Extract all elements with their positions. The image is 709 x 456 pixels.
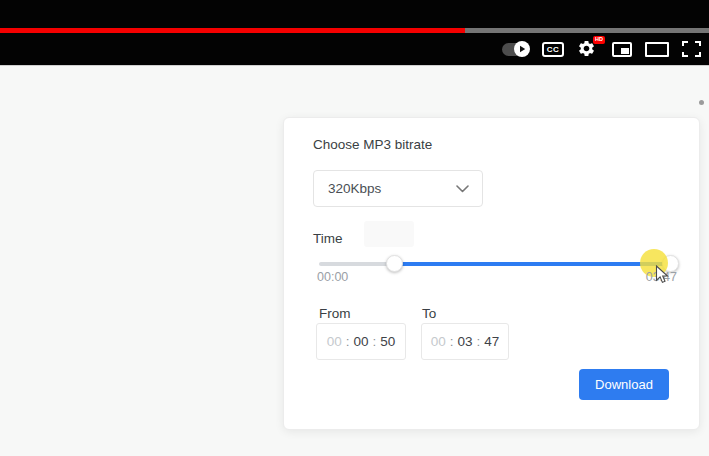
bitrate-selected-value: 320Kbps	[328, 181, 381, 196]
video-action-bar: ♫ MP3 1.2M 34K SHARE SAVE	[0, 88, 709, 116]
hd-quality-badge: HD	[593, 36, 605, 44]
time-separator: :	[373, 334, 377, 349]
video-player-bar: CC HD	[0, 0, 709, 66]
download-button[interactable]: Download	[579, 369, 669, 400]
to-hours: 00	[431, 334, 446, 349]
miniplayer-button[interactable]	[612, 42, 632, 57]
player-controls: CC HD	[502, 36, 701, 62]
bitrate-section-label: Choose MP3 bitrate	[313, 137, 432, 152]
time-separator: :	[450, 334, 454, 349]
time-separator: :	[346, 334, 350, 349]
autoplay-toggle[interactable]	[502, 43, 529, 56]
slider-selected-range	[395, 262, 671, 266]
bitrate-dropdown[interactable]: 320Kbps	[313, 170, 483, 207]
mp3-downloader-popup: Choose MP3 bitrate 320Kbps Time 00:00 03…	[283, 117, 700, 430]
to-minutes: 03	[457, 334, 472, 349]
time-section-label: Time	[313, 231, 343, 246]
slider-start-thumb[interactable]	[386, 255, 403, 272]
captions-icon: CC	[547, 45, 560, 54]
chevron-down-icon	[456, 185, 469, 193]
slider-start-time: 00:00	[317, 270, 348, 284]
settings-button[interactable]: HD	[577, 39, 599, 59]
theater-mode-button[interactable]	[645, 42, 669, 57]
to-seconds: 47	[484, 334, 499, 349]
miniplayer-icon	[621, 48, 629, 54]
autoplay-play-icon	[514, 41, 530, 57]
from-hours: 00	[327, 334, 342, 349]
from-time-input[interactable]: 00 : 00 : 50	[316, 323, 406, 360]
from-seconds: 50	[380, 334, 395, 349]
slider-end-time: 03:47	[630, 270, 677, 284]
fullscreen-button[interactable]	[682, 41, 701, 57]
time-range-slider[interactable]	[319, 262, 677, 266]
video-progress-fill	[0, 28, 465, 33]
from-label: From	[319, 306, 351, 321]
video-progress-bar[interactable]	[0, 28, 709, 33]
to-label: To	[422, 306, 436, 321]
captions-button[interactable]: CC	[542, 42, 564, 57]
more-actions-icon[interactable]	[699, 100, 704, 105]
time-separator: :	[477, 334, 481, 349]
to-time-input[interactable]: 00 : 03 : 47	[421, 323, 509, 360]
slider-tooltip-ghost	[364, 221, 414, 247]
from-minutes: 00	[353, 334, 368, 349]
